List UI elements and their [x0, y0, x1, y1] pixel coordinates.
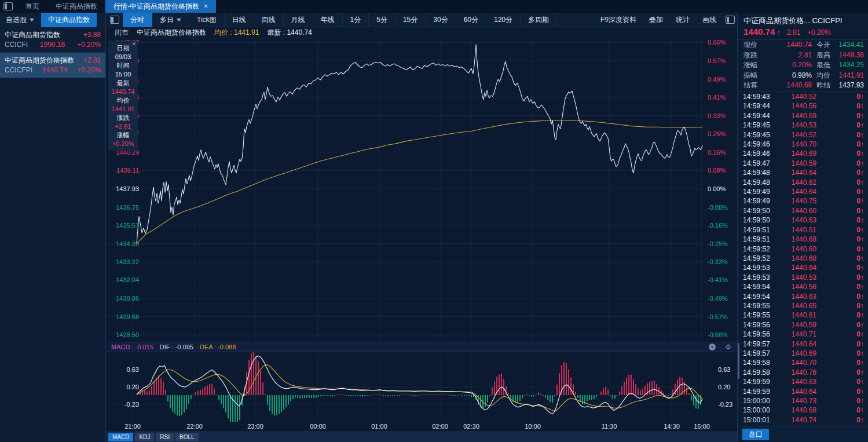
- tick-row: 14:59:501440.600↑: [738, 206, 868, 215]
- toolbar-button-月线[interactable]: 月线: [284, 13, 313, 27]
- tab-label: 首页: [25, 2, 39, 12]
- up-arrow-icon: ↑: [860, 330, 864, 338]
- pct-axis-label: -0.25%: [708, 240, 728, 248]
- tick-time: 15:00:00: [743, 396, 770, 406]
- quote-field-row: 涨跌2.81最高1448.36: [738, 50, 868, 61]
- indicator-tab-BOLL[interactable]: BOLL: [175, 433, 199, 441]
- toolbar-button-Tick图[interactable]: Tick图: [189, 13, 225, 27]
- tick-list[interactable]: 14:59:431440.520↑14:59:441440.560↑14:59:…: [738, 92, 868, 425]
- tick-price: 1440.63: [778, 292, 816, 301]
- price-change-pct: +0.20%: [807, 28, 831, 36]
- tick-volume: 0↑: [856, 273, 864, 282]
- quote-panel: 中证商品期货价格... CCICFPI 1440.74 ↑ 2.81 +0.20…: [737, 13, 868, 442]
- tick-volume: 0↑: [856, 396, 864, 406]
- tool-button-叠加[interactable]: 叠加: [649, 15, 663, 25]
- tick-volume: 0↑: [856, 301, 864, 311]
- tick-price: 1440.60: [778, 244, 816, 254]
- quote-field-row: 结算1440.69昨结1437.93: [738, 81, 868, 91]
- pct-axis-label: 0.41%: [708, 93, 726, 101]
- intraday-chart[interactable]: 1447.371446.191445.011443.831442.651441.…: [107, 38, 737, 342]
- watchlist-group-tab[interactable]: 中证商品指数: [41, 13, 97, 27]
- toolbar-button-5分[interactable]: 5分: [369, 13, 395, 27]
- tick-row: 14:59:591440.630↑: [738, 377, 868, 386]
- toolbar-button-60分[interactable]: 60分: [456, 13, 486, 27]
- macd-header: MACD : -0.015 DIF : -0.095 DEA : -0.088 …: [107, 342, 737, 352]
- close-icon[interactable]: ×: [132, 41, 136, 48]
- quote-detail-grid: 现价1440.74今开1434.41涨跌2.81最高1448.36涨幅0.20%…: [738, 39, 868, 91]
- toolbar-button-分时[interactable]: 分时: [123, 13, 152, 27]
- toolbar-button-120分[interactable]: 120分: [486, 13, 521, 27]
- quote-field-label: 最高: [816, 50, 830, 61]
- watchlist-item-CCICFI[interactable]: 中证商品期货指数+3.88CCICFI1990.16+0.20%: [0, 27, 105, 53]
- quote-field-label: 涨跌: [744, 50, 757, 61]
- top-tabs: 首页中证商品指数行情-中证商品期货价格指数×: [17, 0, 216, 13]
- toolbar-button-1分[interactable]: 1分: [343, 13, 369, 27]
- tab-2[interactable]: 行情-中证商品期货价格指数×: [105, 0, 216, 13]
- tab-1[interactable]: 中证商品指数: [47, 0, 105, 13]
- tick-time: 14:59:44: [743, 111, 770, 120]
- tick-volume: 0↑: [856, 101, 864, 111]
- quote-field-label: 均价: [816, 71, 830, 81]
- up-arrow-icon: ↑: [860, 121, 864, 129]
- tick-volume: 0↑: [856, 387, 864, 396]
- scrollbar-thumb[interactable]: [738, 343, 739, 379]
- indicator-tab-MACD[interactable]: MACD: [108, 433, 133, 441]
- tool-button-画线[interactable]: 画线: [702, 15, 716, 25]
- tick-row: 14:59:471440.590↑: [738, 159, 868, 168]
- watchlist-panel: 自选股 中证商品指数 中证商品期货指数+3.88CCICFI1990.16+0.…: [0, 13, 106, 442]
- tick-time: 14:59:49: [743, 187, 770, 196]
- tick-volume: 0↑: [856, 368, 864, 377]
- tick-row: 14:59:541440.630↑: [738, 292, 868, 301]
- order-book-button[interactable]: 盘口: [742, 429, 769, 440]
- tool-button-F9深度资料[interactable]: F9深度资料: [600, 15, 636, 25]
- panel-toggle-right-icon[interactable]: [726, 16, 735, 24]
- up-arrow-icon: ↑: [860, 93, 864, 101]
- app-logo-icon[interactable]: [3, 2, 13, 10]
- info-label: 最新: [108, 79, 138, 87]
- tick-volume: 0↑: [856, 235, 864, 244]
- close-icon[interactable]: ×: [204, 2, 208, 10]
- watchlist-item-CCICFPI[interactable]: 中证商品期货价格指数+2.81CCICFPI1440.74+0.20%: [0, 53, 105, 78]
- indicator-tab-KDJ[interactable]: KDJ: [135, 433, 154, 441]
- tick-time: 14:59:52: [743, 254, 770, 263]
- time-axis-label: 22:00: [186, 423, 203, 430]
- tick-time: 14:59:55: [743, 301, 770, 311]
- tick-row: 14:59:591440.640↑: [738, 387, 868, 396]
- top-tab-bar: 首页中证商品指数行情-中证商品期货价格指数×: [0, 0, 868, 13]
- tool-button-统计[interactable]: 统计: [676, 15, 690, 25]
- watchlist-group-dropdown[interactable]: 自选股: [0, 15, 38, 25]
- toolbar-button-周线[interactable]: 周线: [254, 13, 284, 27]
- gear-icon[interactable]: ⚙: [725, 344, 731, 350]
- instrument-price: 1990.16: [40, 40, 65, 50]
- macd-chart[interactable]: 0.630.630.200.20-0.23-0.23: [107, 352, 737, 422]
- chart-toolbar: 分时多日Tick图日线周线月线年线1分5分15分30分60分120分多周期 F9…: [107, 13, 737, 27]
- toolbar-button-30分[interactable]: 30分: [426, 13, 456, 27]
- tick-price: 1440.52: [778, 130, 816, 140]
- tick-row: 14:59:481440.640↑: [738, 168, 868, 177]
- toolbar-button-日线[interactable]: 日线: [225, 13, 254, 27]
- tick-volume: 0↑: [856, 215, 864, 225]
- tab-0[interactable]: 首页: [17, 0, 47, 13]
- close-indicator-icon[interactable]: ×: [709, 344, 716, 350]
- quote-field-value: 1434.25: [830, 60, 864, 71]
- tick-volume: 0↑: [856, 263, 864, 272]
- tick-volume: 0↑: [856, 244, 864, 254]
- toolbar-button-年线[interactable]: 年线: [313, 13, 343, 27]
- tick-row: 14:59:441440.590↑: [738, 111, 868, 120]
- panel-toggle-left-icon[interactable]: [110, 16, 119, 24]
- quote-field-row: 现价1440.74今开1434.41: [738, 40, 868, 50]
- tick-time: 14:59:46: [743, 149, 770, 158]
- toolbar-button-多周期[interactable]: 多周期: [521, 13, 557, 27]
- macd-axis-label: -0.23: [109, 400, 139, 408]
- tick-time: 14:59:57: [743, 339, 770, 349]
- quote-field-label: 昨结: [816, 81, 830, 91]
- toolbar-button-15分[interactable]: 15分: [395, 13, 426, 27]
- tick-price: 1440.70: [778, 358, 816, 367]
- pct-axis-label: -0.57%: [708, 313, 728, 321]
- toolbar-button-多日[interactable]: 多日: [152, 13, 189, 27]
- up-arrow-icon: ↑: [860, 378, 864, 386]
- indicator-tab-RSI[interactable]: RSI: [156, 433, 174, 441]
- price-axis-label: 1434.39: [109, 240, 139, 248]
- quote-field-value: 0.98%: [763, 71, 812, 81]
- tick-row: 14:59:561440.590↑: [738, 320, 868, 330]
